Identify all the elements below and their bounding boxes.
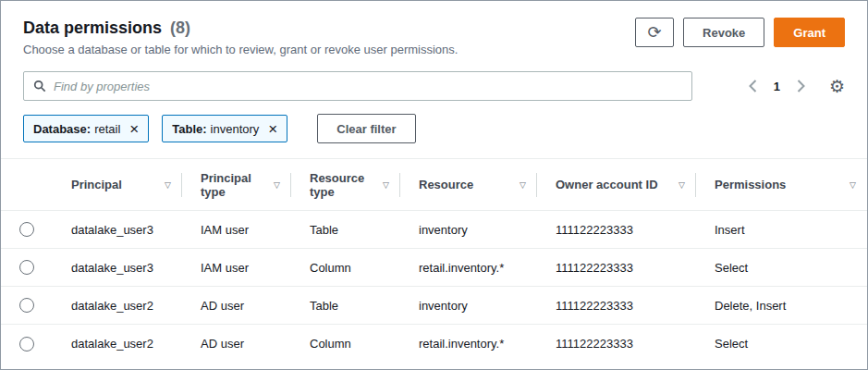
previous-page-button[interactable] — [747, 78, 759, 94]
table-row: datalake_user2 AD user Table inventory 1… — [1, 287, 867, 325]
row-select-cell — [1, 249, 53, 287]
sort-icon[interactable]: ▽ — [679, 180, 685, 190]
cell-principal-type: IAM user — [182, 249, 291, 287]
filter-row: Database: retail × Table: inventory × Cl… — [23, 114, 845, 143]
remove-filter-icon[interactable]: × — [266, 121, 279, 137]
refresh-icon: ⟳ — [648, 22, 662, 43]
current-page-number[interactable]: 1 — [774, 80, 780, 93]
cell-resource-type: Table — [291, 211, 400, 249]
column-header-owner-account-id[interactable]: Owner account ID ▽ — [537, 159, 696, 211]
cell-principal-type: AD user — [182, 325, 291, 363]
cell-permissions: Insert — [696, 211, 867, 249]
column-header-label: Owner account ID — [556, 178, 658, 191]
page-title-count: (8) — [170, 18, 190, 37]
permissions-table: Principal ▽ Principal type ▽ Resource ty… — [1, 158, 867, 363]
cell-owner-account-id: 111122223333 — [537, 325, 696, 363]
cell-resource-type: Table — [291, 287, 400, 325]
revoke-button[interactable]: Revoke — [683, 18, 764, 47]
page-subtitle: Choose a database or table for which to … — [23, 43, 458, 56]
sort-icon[interactable]: ▽ — [850, 180, 856, 190]
row-radio-button[interactable] — [19, 298, 34, 313]
filter-chip-value: retail — [94, 122, 120, 136]
cell-permissions: Select — [696, 325, 867, 363]
settings-button[interactable]: ⚙ — [829, 78, 845, 95]
cell-resource-type: Column — [291, 325, 400, 363]
cell-owner-account-id: 111122223333 — [537, 211, 696, 249]
search-icon — [33, 80, 46, 92]
cell-permissions: Select — [696, 249, 867, 287]
row-select-cell — [1, 325, 53, 363]
cell-resource: retail.inventory.* — [400, 325, 537, 363]
column-header-principal[interactable]: Principal ▽ — [53, 159, 182, 211]
header-actions: ⟳ Revoke Grant — [635, 18, 845, 47]
sort-icon[interactable]: ▽ — [520, 180, 526, 190]
column-header-permissions[interactable]: Permissions ▽ — [696, 159, 867, 211]
chevron-left-icon — [749, 80, 757, 92]
row-radio-button[interactable] — [19, 337, 34, 352]
cell-permissions: Delete, Insert — [696, 287, 867, 325]
next-page-button[interactable] — [795, 78, 807, 94]
table-row: datalake_user3 IAM user Table inventory … — [1, 211, 867, 249]
column-header-label: Principal type — [201, 171, 268, 199]
filter-chip-label: Table: — [172, 122, 206, 136]
filter-chip-database: Database: retail × — [23, 115, 149, 142]
row-select-cell — [1, 211, 53, 249]
table-row: datalake_user2 AD user Column retail.inv… — [1, 325, 867, 363]
cell-resource: inventory — [400, 211, 537, 249]
column-header-resource[interactable]: Resource ▽ — [400, 159, 537, 211]
toolbar: 1 ⚙ — [23, 71, 845, 101]
cell-resource: inventory — [400, 287, 537, 325]
cell-owner-account-id: 111122223333 — [537, 249, 696, 287]
column-header-label: Resource — [419, 178, 473, 191]
cell-principal-type: IAM user — [182, 211, 291, 249]
cell-owner-account-id: 111122223333 — [537, 287, 696, 325]
cell-principal: datalake_user3 — [53, 249, 182, 287]
chevron-right-icon — [797, 80, 805, 92]
clear-filter-button[interactable]: Clear filter — [317, 114, 415, 143]
radio-column-header — [1, 159, 53, 211]
grant-button[interactable]: Grant — [774, 18, 845, 47]
refresh-button[interactable]: ⟳ — [635, 18, 674, 47]
column-header-principal-type[interactable]: Principal type ▽ — [182, 159, 291, 211]
page-header: Data permissions (8) Choose a database o… — [23, 18, 845, 56]
row-radio-button[interactable] — [19, 222, 34, 237]
gear-icon: ⚙ — [829, 77, 845, 96]
cell-principal-type: AD user — [182, 287, 291, 325]
cell-principal: datalake_user2 — [53, 325, 182, 363]
cell-resource: retail.inventory.* — [400, 249, 537, 287]
page-top-section: Data permissions (8) Choose a database o… — [1, 1, 867, 143]
cell-principal: datalake_user2 — [53, 287, 182, 325]
cell-resource-type: Column — [291, 249, 400, 287]
table-header-row: Principal ▽ Principal type ▽ Resource ty… — [1, 159, 867, 211]
filter-chip-table: Table: inventory × — [162, 115, 287, 142]
page-title: Data permissions (8) — [23, 18, 458, 38]
row-radio-button[interactable] — [19, 260, 34, 275]
search-box[interactable] — [23, 71, 692, 101]
pagination: 1 — [747, 78, 807, 94]
filter-chip-value: inventory — [211, 122, 260, 136]
table-row: datalake_user3 IAM user Column retail.in… — [1, 249, 867, 287]
sort-icon[interactable]: ▽ — [165, 180, 171, 190]
row-select-cell — [1, 287, 53, 325]
sort-icon[interactable]: ▽ — [274, 180, 280, 190]
page-title-text: Data permissions — [23, 18, 162, 37]
column-header-label: Resource type — [310, 171, 377, 199]
cell-principal: datalake_user3 — [53, 211, 182, 249]
column-header-resource-type[interactable]: Resource type ▽ — [291, 159, 400, 211]
filter-chip-label: Database: — [33, 122, 91, 136]
data-permissions-page: Data permissions (8) Choose a database o… — [0, 0, 868, 370]
sort-icon[interactable]: ▽ — [383, 180, 389, 190]
remove-filter-icon[interactable]: × — [128, 121, 141, 137]
column-header-label: Principal — [71, 178, 122, 191]
column-header-label: Permissions — [715, 178, 786, 191]
search-input[interactable] — [54, 80, 682, 93]
title-area: Data permissions (8) Choose a database o… — [23, 18, 458, 56]
